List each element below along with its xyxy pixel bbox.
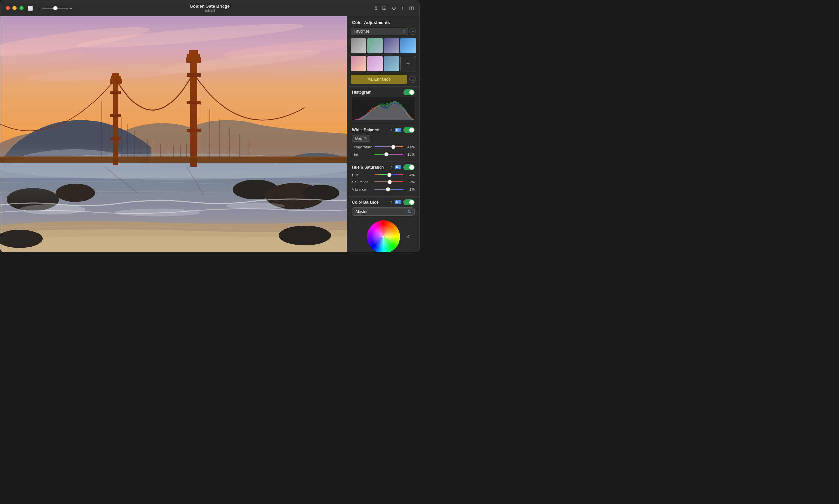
white-balance-section: White Balance ↺ ML Grey ✎ Temperature — [347, 124, 419, 161]
favorites-selector: Favorites ⇅ − — [351, 28, 416, 35]
svg-rect-15 — [110, 114, 121, 117]
histogram-chart — [352, 97, 415, 120]
favorites-dropdown[interactable]: Favorites ⇅ — [351, 28, 408, 35]
photo-svg — [0, 16, 347, 252]
copy-icon[interactable]: ⊡ — [382, 5, 386, 11]
document-title: Golden Gate Bridge — [190, 4, 230, 8]
dropdown-arrow-icon: ⇅ — [408, 209, 411, 214]
cb-ml-badge: ML — [395, 200, 401, 204]
panel-title: Color Adjustments — [352, 20, 390, 25]
hue-label: Hue — [352, 173, 374, 177]
wheel-reset-button[interactable]: ↺ — [406, 234, 410, 239]
ml-enhance-options-icon[interactable]: … — [409, 76, 416, 83]
window-mode-icon[interactable]: ⬜ — [28, 5, 33, 11]
wb-reset-icon[interactable]: ↺ — [389, 128, 392, 132]
vibrance-slider-container[interactable] — [374, 187, 403, 192]
titlebar-title: Golden Gate Bridge Edited — [190, 4, 230, 13]
zoom-slider[interactable] — [42, 7, 69, 9]
cb-reset-icon[interactable]: ↺ — [389, 200, 392, 205]
vibrance-label: Vibrance — [352, 187, 374, 191]
vibrance-track — [374, 188, 403, 190]
add-preset-button[interactable]: + — [401, 56, 416, 71]
hs-label: Hue & Saturation — [352, 165, 384, 169]
ml-enhance-row: ML Enhance … — [351, 75, 416, 84]
hs-section-header: Hue & Saturation ↺ ML — [352, 164, 415, 170]
histogram-toggle[interactable] — [403, 89, 415, 95]
temperature-track — [374, 146, 403, 147]
tint-value: -15% — [403, 152, 415, 156]
minimize-button[interactable] — [13, 6, 17, 10]
saturation-thumb[interactable] — [388, 180, 392, 184]
temperature-thumb[interactable] — [391, 145, 395, 149]
histogram-label: Histogram — [352, 90, 371, 95]
svg-rect-16 — [110, 137, 121, 140]
preset-thumbnail-1[interactable] — [351, 38, 366, 53]
color-balance-wheel[interactable] — [367, 220, 400, 252]
hue-slider-row: Hue 4% — [352, 172, 415, 178]
zoom-control: – + — [38, 5, 72, 11]
hue-track — [374, 174, 403, 175]
tint-thumb[interactable] — [384, 152, 389, 156]
hue-slider-container[interactable] — [374, 172, 403, 178]
temperature-slider-container[interactable] — [374, 144, 403, 150]
export-icon[interactable]: ↑ — [401, 5, 404, 11]
grey-label: Grey — [355, 136, 363, 140]
svg-point-51 — [303, 185, 339, 201]
svg-rect-25 — [189, 50, 198, 55]
ml-enhance-button[interactable]: ML Enhance — [351, 75, 407, 84]
chevron-up-down-icon: ⇅ — [402, 30, 405, 33]
fullscreen-button[interactable] — [19, 6, 23, 10]
wb-section-header: White Balance ↺ ML — [352, 127, 415, 133]
svg-point-53 — [115, 209, 200, 216]
master-dropdown[interactable]: Master ⇅ — [352, 207, 415, 216]
histogram-section-header: Histogram — [352, 89, 415, 95]
wb-controls: ↺ ML — [389, 127, 415, 133]
cb-controls: ↺ ML — [389, 199, 415, 205]
preset-thumbnail-6[interactable] — [367, 56, 383, 71]
close-button[interactable] — [5, 6, 10, 10]
grey-picker-button[interactable]: Grey ✎ — [352, 135, 370, 142]
main-content: Color Adjustments Favorites ⇅ − + ML En — [0, 16, 419, 252]
tint-slider-row: Tint -15% — [352, 151, 415, 157]
photo-area[interactable] — [0, 16, 347, 252]
tint-track — [374, 154, 403, 155]
color-balance-section: Color Balance ↺ ML Master ⇅ ↺ — [347, 197, 419, 252]
preset-thumbnail-3[interactable] — [384, 38, 400, 53]
histogram-svg — [352, 97, 415, 120]
sidebar-toggle-icon[interactable]: ◫ — [409, 5, 414, 11]
tint-label: Tint — [352, 152, 374, 156]
cb-toggle-thumb — [409, 200, 414, 205]
zoom-out-button[interactable]: – — [38, 5, 41, 11]
cb-section-header: Color Balance ↺ ML — [352, 199, 415, 205]
saturation-slider-container[interactable] — [374, 179, 403, 185]
saturation-label: Saturation — [352, 180, 374, 184]
wheel-pointer — [382, 235, 385, 238]
cb-toggle[interactable] — [403, 199, 415, 205]
svg-point-52 — [20, 204, 85, 214]
zoom-in-button[interactable]: + — [70, 5, 72, 11]
preset-thumbnail-2[interactable] — [367, 38, 383, 53]
wb-label: White Balance — [352, 128, 379, 132]
cb-label: Color Balance — [352, 200, 379, 205]
remove-favorite-button[interactable]: − — [409, 28, 416, 35]
info-icon[interactable]: ℹ — [375, 5, 377, 11]
wb-grey-row: Grey ✎ — [352, 135, 415, 142]
histogram-toggle-thumb — [409, 90, 414, 95]
saturation-value: 2% — [403, 180, 415, 184]
hs-reset-icon[interactable]: ↺ — [389, 165, 392, 169]
preset-thumbnail-4[interactable] — [401, 38, 416, 53]
tint-slider-container[interactable] — [374, 151, 403, 157]
wb-toggle[interactable] — [403, 127, 415, 133]
vibrance-thumb[interactable] — [386, 187, 390, 191]
hs-toggle[interactable] — [403, 164, 415, 170]
titlebar-controls: ⬜ – + — [28, 5, 75, 11]
svg-point-56 — [279, 226, 331, 245]
titlebar: ⬜ – + Golden Gate Bridge Edited ℹ ⊡ ⊙ ↑ … — [0, 0, 419, 16]
presets-grid-row2: + — [347, 56, 419, 75]
preset-thumbnail-7[interactable] — [384, 56, 400, 71]
vibrance-slider-row: Vibrance -1% — [352, 187, 415, 192]
photo-canvas — [0, 16, 347, 252]
compare-icon[interactable]: ⊙ — [392, 5, 396, 11]
preset-thumbnail-5[interactable] — [351, 56, 366, 71]
hue-thumb[interactable] — [387, 173, 392, 177]
